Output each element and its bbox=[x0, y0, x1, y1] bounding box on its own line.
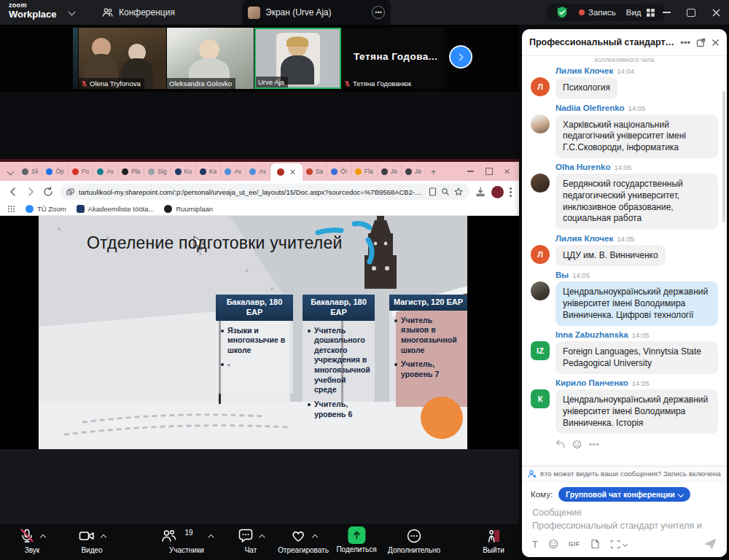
bookmark-item[interactable]: TÜ Zoom bbox=[26, 205, 66, 213]
browser-tab[interactable]: Fla bbox=[351, 164, 378, 179]
video-tile[interactable]: Тетяна Годова... Тетяна Годованюк bbox=[342, 28, 445, 89]
chat-bubble-icon bbox=[238, 528, 254, 544]
screenshot-tool[interactable] bbox=[610, 540, 627, 549]
presentation-slide: Отделение подготовки учителей Бакалавр, … bbox=[39, 216, 467, 449]
browser-menu-icon[interactable] bbox=[510, 187, 512, 197]
video-button[interactable]: Видео bbox=[78, 526, 106, 554]
forward-icon[interactable] bbox=[25, 186, 36, 198]
close-tab-icon[interactable] bbox=[290, 169, 296, 175]
recording-indicator[interactable]: Запись bbox=[579, 8, 616, 17]
chat-panel: Профессиональный стандарт учител... ••• … bbox=[522, 29, 727, 557]
browser-tab[interactable]: Ku bbox=[171, 164, 196, 179]
react-options-chevron[interactable] bbox=[312, 534, 318, 540]
privacy-note[interactable]: Кто может видеть ваши сообщения? Запись … bbox=[522, 466, 727, 482]
tab-favicon bbox=[306, 168, 313, 175]
browser-tab[interactable]: Ja bbox=[378, 164, 402, 179]
more-button[interactable]: Дополнительно bbox=[388, 526, 440, 554]
maximize-button[interactable] bbox=[679, 0, 703, 25]
video-tile-active-speaker[interactable]: Urve Aja bbox=[254, 28, 341, 89]
audio-button[interactable]: Звук bbox=[19, 526, 45, 554]
bookmark-item[interactable]: Akadeemiliste tööta... bbox=[77, 205, 155, 213]
chat-options-chevron[interactable] bbox=[259, 534, 265, 540]
browser-tab[interactable]: Ja bbox=[402, 164, 426, 179]
participants-options-chevron[interactable] bbox=[208, 534, 214, 540]
reload-icon[interactable] bbox=[42, 186, 54, 198]
tab-favicon bbox=[175, 168, 182, 175]
more-actions-icon[interactable]: ••• bbox=[589, 440, 600, 448]
chat-message-list[interactable]: коллективного чата Лилия Клочек14:04 Л П… bbox=[522, 56, 727, 466]
chat-more-icon[interactable]: ••• bbox=[680, 37, 690, 48]
chevron-down-icon bbox=[677, 491, 683, 497]
bookmark-star-icon[interactable] bbox=[454, 187, 463, 196]
apps-grid-icon[interactable] bbox=[7, 205, 15, 213]
emoji-react-icon[interactable] bbox=[572, 440, 582, 449]
tab-favicon bbox=[46, 168, 52, 175]
leave-button[interactable]: Выйти bbox=[483, 526, 504, 554]
tab-screen-share[interactable]: Экран (Urve Aja) ••• bbox=[242, 0, 391, 25]
scrollbar[interactable] bbox=[722, 91, 725, 222]
new-tab-icon[interactable]: + bbox=[426, 166, 442, 177]
gif-icon[interactable]: GIF bbox=[569, 540, 580, 548]
minimize-button[interactable] bbox=[654, 0, 679, 25]
recipient-selector[interactable]: Групповой чат конференции bbox=[558, 487, 690, 502]
share-screen-button[interactable]: Поделиться bbox=[336, 526, 376, 553]
close-icon[interactable] bbox=[504, 168, 510, 174]
audio-options-chevron[interactable] bbox=[40, 534, 46, 540]
format-text-icon[interactable] bbox=[532, 539, 538, 550]
view-button[interactable]: Вид bbox=[626, 8, 655, 18]
video-tile[interactable]: Oleksandra Golovko bbox=[167, 28, 254, 89]
video-options-chevron[interactable] bbox=[101, 534, 106, 540]
close-button[interactable] bbox=[703, 0, 728, 25]
browser-tab[interactable]: Sig bbox=[144, 164, 171, 179]
more-ellipsis-icon bbox=[406, 528, 422, 544]
participants-button[interactable]: 19 Участники bbox=[160, 526, 213, 554]
tab-options-icon[interactable]: ••• bbox=[372, 6, 385, 19]
browser-tab[interactable]: Õp bbox=[42, 164, 68, 179]
minimize-icon[interactable] bbox=[467, 171, 474, 171]
browser-tab[interactable]: Av bbox=[246, 164, 270, 179]
browser-tab[interactable]: Sa bbox=[303, 164, 327, 179]
back-icon[interactable] bbox=[7, 186, 19, 198]
downloads-icon[interactable] bbox=[475, 187, 486, 197]
browser-tab[interactable]: Av bbox=[221, 164, 246, 179]
chat-button[interactable]: Чат bbox=[238, 526, 265, 554]
participants-icon bbox=[160, 528, 177, 544]
reply-icon[interactable] bbox=[555, 440, 565, 448]
next-participants-button[interactable] bbox=[449, 45, 472, 69]
message-draft: Профессиональный стандарт учителя и bbox=[532, 519, 717, 532]
tab-search-chevron-icon[interactable] bbox=[7, 168, 15, 175]
zoom-workplace-logo: zoom Workplace bbox=[9, 2, 57, 19]
browser-tab[interactable]: Õi bbox=[327, 164, 351, 179]
reading-mode-icon[interactable] bbox=[429, 187, 437, 196]
chevron-down-icon[interactable] bbox=[69, 9, 76, 16]
browser-tab[interactable]: Ka bbox=[196, 164, 221, 179]
browser-tab-active[interactable] bbox=[270, 163, 303, 181]
react-button[interactable]: Отреагировать bbox=[278, 526, 329, 554]
browser-tabs-group: SaÕiFlaJaJa bbox=[303, 164, 426, 179]
url-field[interactable]: tartuulikool-my.sharepoint.com/:p:/perso… bbox=[60, 184, 469, 200]
tab-meeting[interactable]: Конференция bbox=[95, 0, 182, 25]
attach-file-icon[interactable] bbox=[590, 539, 600, 549]
maximize-icon[interactable] bbox=[486, 168, 493, 175]
security-shield-icon[interactable] bbox=[555, 6, 569, 19]
participants-count: 19 bbox=[184, 529, 192, 537]
profile-avatar[interactable] bbox=[491, 186, 504, 198]
message-input[interactable]: Сообщение Профессиональный стандарт учит… bbox=[522, 503, 727, 532]
tab-label: Av bbox=[106, 168, 114, 175]
chat-message: Nadiia Olefirenko14:05 Харківський націо… bbox=[531, 104, 718, 159]
bookmark-item[interactable]: Ruumiplaan bbox=[164, 205, 213, 213]
video-tile[interactable]: Olena Tryfonova bbox=[79, 28, 166, 89]
avatar: Л bbox=[531, 245, 550, 264]
browser-tab[interactable]: Av bbox=[93, 164, 118, 179]
browser-tab[interactable]: Pla bbox=[118, 164, 144, 179]
emoji-icon[interactable] bbox=[548, 539, 558, 549]
browser-tab[interactable]: Sli bbox=[18, 164, 42, 179]
send-icon[interactable] bbox=[704, 538, 717, 550]
search-icon[interactable] bbox=[441, 187, 450, 196]
close-chat-icon[interactable] bbox=[712, 39, 720, 47]
tab-label: Av bbox=[234, 168, 241, 175]
browser-tabs-group: SliÕpPoAvPlaSigKuKaAvAv bbox=[18, 164, 270, 179]
tab-favicon bbox=[381, 168, 388, 175]
browser-tab[interactable]: Po bbox=[69, 164, 93, 179]
pop-out-icon[interactable] bbox=[696, 38, 706, 47]
